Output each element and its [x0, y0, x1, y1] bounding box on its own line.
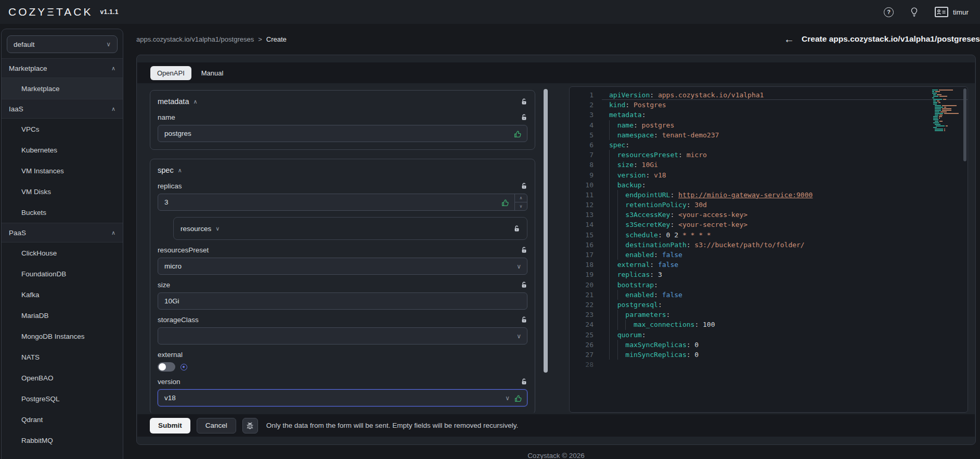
- field-lock[interactable]: [521, 378, 527, 385]
- sidebar-item-mariadb[interactable]: MariaDB: [2, 305, 123, 326]
- toggle-external[interactable]: [158, 362, 175, 372]
- form-section-header[interactable]: metadata∧: [158, 96, 527, 107]
- code-line[interactable]: 17 enabled: false: [570, 250, 968, 260]
- sidebar-group-marketplace[interactable]: Marketplace∧: [2, 58, 123, 78]
- code-text[interactable]: kind: Postgres: [602, 100, 968, 110]
- select-resourcespreset[interactable]: micro∨: [158, 258, 527, 275]
- code-line[interactable]: 21 enabled: false: [570, 290, 968, 300]
- code-line[interactable]: 8 size: 10Gi: [570, 160, 968, 170]
- code-line[interactable]: 25 quorum:: [570, 330, 968, 340]
- code-text[interactable]: s3SecretKey: <your-secret-key>: [602, 220, 968, 230]
- theme-lightbulb-icon[interactable]: [910, 7, 918, 17]
- code-text[interactable]: bootstrap:: [602, 280, 968, 290]
- sidebar-item-kubernetes[interactable]: Kubernetes: [2, 139, 123, 160]
- code-text[interactable]: [602, 360, 968, 369]
- chevron-down-icon[interactable]: ∨: [505, 394, 510, 402]
- back-arrow-icon[interactable]: ←: [784, 33, 794, 45]
- sidebar-group-iaas[interactable]: IaaS∧: [2, 99, 123, 119]
- sidebar-item-mongodb-instances[interactable]: MongoDB Instances: [2, 326, 123, 347]
- form-scrollbar-thumb[interactable]: [544, 89, 548, 373]
- input-replicas[interactable]: 3 ∧∨: [158, 194, 527, 211]
- code-line[interactable]: 4 name: postgres: [570, 120, 968, 130]
- breadcrumb-path-link[interactable]: apps.cozystack.io/v1alpha1/postgreses: [136, 35, 254, 43]
- yaml-editor[interactable]: 1apiVersion: apps.cozystack.io/v1alpha12…: [569, 86, 968, 413]
- reset-default-icon[interactable]: [180, 364, 187, 371]
- code-text[interactable]: max_connections: 100: [602, 320, 968, 329]
- editor-minimap[interactable]: [932, 90, 961, 133]
- code-line[interactable]: 13 s3AccessKey: <your-access-key>: [570, 210, 968, 220]
- code-line[interactable]: 10 backup:: [570, 180, 968, 190]
- cancel-button[interactable]: Cancel: [197, 418, 236, 434]
- code-text[interactable]: enabled: false: [602, 250, 968, 260]
- sidebar-item-kafka[interactable]: Kafka: [2, 284, 123, 305]
- code-text[interactable]: destinationPath: s3://bucket/path/to/fol…: [602, 240, 968, 250]
- sidebar-item-vm-disks[interactable]: VM Disks: [2, 181, 123, 202]
- code-text[interactable]: enabled: false: [602, 290, 968, 300]
- code-text[interactable]: replicas: 3: [602, 270, 968, 279]
- code-line[interactable]: 12 retentionPolicy: 30d: [570, 200, 968, 210]
- code-line[interactable]: 14 s3SecretKey: <your-secret-key>: [570, 220, 968, 230]
- code-line[interactable]: 22 postgresql:: [570, 300, 968, 310]
- code-text[interactable]: schedule: 0 2 * * * *: [602, 230, 968, 240]
- sidebar-item-vm-instances[interactable]: VM Instances: [2, 160, 123, 181]
- field-lock[interactable]: [521, 113, 527, 121]
- code-text[interactable]: namespace: tenant-demo237: [602, 130, 968, 140]
- sidebar-item-nats[interactable]: NATS: [2, 347, 123, 367]
- code-text[interactable]: postgresql:: [602, 300, 968, 310]
- code-line[interactable]: 15 schedule: 0 2 * * * *: [570, 230, 968, 240]
- sidebar-group-paas[interactable]: PaaS∧: [2, 223, 123, 243]
- code-line[interactable]: 5 namespace: tenant-demo237: [570, 130, 968, 140]
- code-text[interactable]: endpointURL: http://minio-gateway-servic…: [602, 190, 968, 200]
- sidebar-item-openbao[interactable]: OpenBAO: [2, 367, 123, 388]
- user-profile[interactable]: timur: [935, 7, 969, 17]
- code-line[interactable]: 26 maxSyncReplicas: 0: [570, 340, 968, 350]
- code-line[interactable]: 23 parameters:: [570, 310, 968, 320]
- code-text[interactable]: resourcesPreset: micro: [602, 150, 968, 160]
- sidebar-item-vpcs[interactable]: VPCs: [2, 119, 123, 139]
- code-line[interactable]: 20 bootstrap:: [570, 280, 968, 290]
- tab-manual[interactable]: Manual: [195, 66, 230, 80]
- code-line[interactable]: 6spec:: [570, 140, 968, 150]
- tenant-selector[interactable]: default ∨: [7, 35, 118, 53]
- code-line[interactable]: 9 version: v18: [570, 170, 968, 180]
- code-line[interactable]: 1apiVersion: apps.cozystack.io/v1alpha1: [570, 90, 968, 100]
- form-scrollbar[interactable]: [544, 88, 548, 412]
- code-line[interactable]: 7 resourcesPreset: micro: [570, 150, 968, 160]
- sidebar-item-marketplace[interactable]: Marketplace: [2, 78, 123, 99]
- code-line[interactable]: 16 destinationPath: s3://bucket/path/to/…: [570, 240, 968, 250]
- code-line[interactable]: 28: [570, 360, 968, 369]
- code-text[interactable]: metadata:: [602, 110, 968, 120]
- chevron-down-icon[interactable]: ∨: [517, 333, 521, 340]
- field-lock[interactable]: [513, 225, 520, 232]
- code-text[interactable]: spec:: [602, 140, 968, 150]
- field-lock[interactable]: [521, 246, 527, 253]
- code-line[interactable]: 2kind: Postgres: [570, 100, 968, 110]
- sidebar-item-clickhouse[interactable]: ClickHouse: [2, 243, 123, 263]
- select-storageclass[interactable]: ∨: [158, 327, 527, 345]
- code-text[interactable]: maxSyncReplicas: 0: [602, 340, 968, 350]
- field-lock[interactable]: [521, 316, 527, 323]
- input-size[interactable]: 10Gi: [158, 292, 527, 310]
- sidebar-item-rabbitmq[interactable]: RabbitMQ: [2, 430, 123, 451]
- code-text[interactable]: name: postgres: [602, 120, 968, 130]
- sidebar-item-foundationdb[interactable]: FoundationDB: [2, 263, 123, 284]
- field-lock[interactable]: [521, 98, 527, 105]
- help-icon[interactable]: ?: [884, 7, 894, 17]
- submit-button[interactable]: Submit: [150, 418, 190, 434]
- code-text[interactable]: minSyncReplicas: 0: [602, 350, 968, 360]
- code-line[interactable]: 24 max_connections: 100: [570, 320, 968, 329]
- url-link-token[interactable]: http://minio-gateway-service:9000: [678, 191, 813, 199]
- field-lock[interactable]: [521, 182, 527, 189]
- select-version[interactable]: v18∨: [158, 389, 527, 406]
- tab-openapi[interactable]: OpenAPI: [150, 66, 191, 80]
- code-line[interactable]: 11 endpointURL: http://minio-gateway-ser…: [570, 190, 968, 200]
- chevron-down-icon[interactable]: ∨: [517, 263, 521, 270]
- sidebar-item-qdrant[interactable]: Qdrant: [2, 409, 123, 430]
- code-line[interactable]: 27 minSyncReplicas: 0: [570, 350, 968, 360]
- code-text[interactable]: backup:: [602, 180, 968, 190]
- input-name[interactable]: postgres: [158, 125, 527, 142]
- code-text[interactable]: version: v18: [602, 170, 968, 180]
- code-line[interactable]: 18 external: false: [570, 260, 968, 270]
- form-section-header[interactable]: spec∧: [158, 164, 527, 176]
- field-lock[interactable]: [521, 281, 527, 288]
